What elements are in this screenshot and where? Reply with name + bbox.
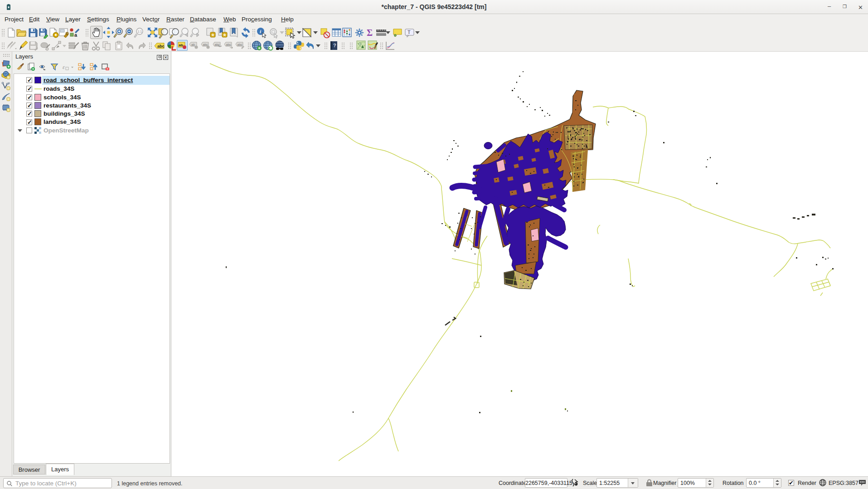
svg-text:ε: ε	[63, 64, 65, 70]
svg-text:abc: abc	[226, 43, 232, 46]
svg-text:abc: abc	[203, 43, 209, 46]
svg-text:Σ: Σ	[367, 28, 373, 38]
svg-text:abc: abc	[157, 44, 165, 49]
svg-text:ab: ab	[179, 43, 183, 47]
svg-text:ab: ab	[191, 43, 195, 46]
svg-text:?: ?	[333, 43, 336, 48]
svg-text:T: T	[407, 29, 411, 35]
svg-text:1:1: 1:1	[138, 30, 142, 33]
svg-text:abc: abc	[238, 43, 243, 46]
svg-text:abc: abc	[215, 43, 220, 46]
